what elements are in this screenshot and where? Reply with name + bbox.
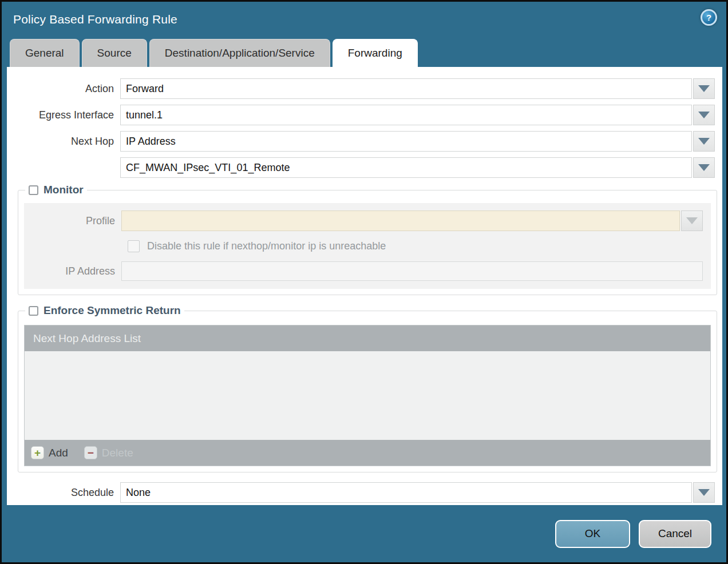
dialog-title: Policy Based Forwarding Rule bbox=[13, 13, 177, 26]
next-hop-address-row: CF_MWAN_IPsec_VTI_01_Remote bbox=[7, 157, 722, 178]
delete-button-label: Delete bbox=[102, 447, 133, 459]
disable-rule-checkbox bbox=[128, 240, 140, 252]
next-hop-dropdown-button[interactable] bbox=[693, 131, 715, 152]
next-hop-type-select[interactable]: IP Address bbox=[120, 131, 692, 152]
chevron-down-icon bbox=[686, 217, 698, 224]
ok-button[interactable]: OK bbox=[555, 520, 630, 548]
action-dropdown-button[interactable] bbox=[693, 78, 715, 99]
tab-destination-application-service[interactable]: Destination/Application/Service bbox=[149, 39, 330, 67]
next-hop-label: Next Hop bbox=[7, 136, 120, 148]
cancel-button[interactable]: Cancel bbox=[639, 520, 711, 548]
symmetric-return-section: Enforce Symmetric Return Next Hop Addres… bbox=[18, 304, 717, 472]
chevron-down-icon bbox=[698, 112, 710, 118]
monitor-legend-label: Monitor bbox=[43, 184, 84, 196]
monitor-ip-address-row: IP Address bbox=[24, 261, 703, 281]
next-hop-address-dropdown-button[interactable] bbox=[693, 157, 715, 178]
chevron-down-icon bbox=[698, 85, 710, 92]
schedule-label: Schedule bbox=[7, 487, 120, 499]
symmetric-return-legend: Enforce Symmetric Return bbox=[25, 304, 184, 317]
monitor-box: Profile Disable this rule if nexthop/mon… bbox=[24, 203, 711, 289]
delete-button: − Delete bbox=[84, 446, 133, 459]
profile-label: Profile bbox=[24, 215, 121, 227]
plus-icon: + bbox=[31, 446, 44, 459]
schedule-select[interactable]: None bbox=[120, 482, 692, 503]
next-hop-address-list-toolbar: + Add − Delete bbox=[25, 440, 710, 466]
monitor-checkbox[interactable] bbox=[29, 185, 38, 195]
tab-forwarding[interactable]: Forwarding bbox=[333, 39, 418, 67]
dialog-footer: OK Cancel bbox=[2, 505, 726, 562]
tab-bar: General Source Destination/Application/S… bbox=[2, 39, 726, 67]
dialog-titlebar: Policy Based Forwarding Rule ? bbox=[2, 2, 726, 39]
chevron-down-icon bbox=[698, 489, 710, 496]
monitor-legend: Monitor bbox=[25, 184, 87, 196]
schedule-row: Schedule None bbox=[7, 482, 722, 503]
monitor-ip-address-input bbox=[121, 261, 703, 281]
profile-select bbox=[121, 210, 680, 231]
profile-dropdown-button bbox=[681, 210, 703, 231]
add-button[interactable]: + Add bbox=[31, 446, 68, 459]
next-hop-row: Next Hop IP Address bbox=[7, 131, 722, 152]
action-select[interactable]: Forward bbox=[120, 78, 692, 99]
disable-rule-row: Disable this rule if nexthop/monitor ip … bbox=[128, 240, 703, 252]
minus-icon: − bbox=[84, 446, 97, 459]
action-label: Action bbox=[7, 83, 120, 95]
symmetric-return-checkbox[interactable] bbox=[29, 306, 38, 316]
next-hop-address-list-header: Next Hop Address List bbox=[25, 325, 710, 351]
egress-interface-select[interactable]: tunnel.1 bbox=[120, 105, 692, 125]
chevron-down-icon bbox=[698, 138, 710, 145]
monitor-section: Monitor Profile Disable this rule if nex… bbox=[18, 184, 717, 295]
forwarding-tab-panel: Action Forward Egress Interface tunnel.1… bbox=[7, 67, 722, 505]
next-hop-address-list-body[interactable] bbox=[25, 351, 710, 440]
disable-rule-label: Disable this rule if nexthop/monitor ip … bbox=[147, 240, 386, 252]
tab-source[interactable]: Source bbox=[82, 39, 147, 67]
egress-interface-dropdown-button[interactable] bbox=[693, 105, 715, 125]
monitor-ip-address-label: IP Address bbox=[24, 265, 121, 277]
symmetric-return-legend-label: Enforce Symmetric Return bbox=[43, 304, 181, 317]
egress-interface-row: Egress Interface tunnel.1 bbox=[7, 105, 722, 125]
help-icon[interactable]: ? bbox=[701, 9, 717, 26]
egress-interface-label: Egress Interface bbox=[7, 109, 120, 121]
action-row: Action Forward bbox=[7, 78, 722, 99]
profile-row: Profile bbox=[24, 210, 703, 231]
schedule-dropdown-button[interactable] bbox=[693, 482, 715, 503]
next-hop-address-select[interactable]: CF_MWAN_IPsec_VTI_01_Remote bbox=[120, 157, 692, 178]
tab-general[interactable]: General bbox=[10, 39, 80, 67]
next-hop-address-list-table: Next Hop Address List + Add − Delete bbox=[24, 325, 711, 466]
chevron-down-icon bbox=[698, 164, 710, 171]
add-button-label: Add bbox=[49, 447, 68, 459]
